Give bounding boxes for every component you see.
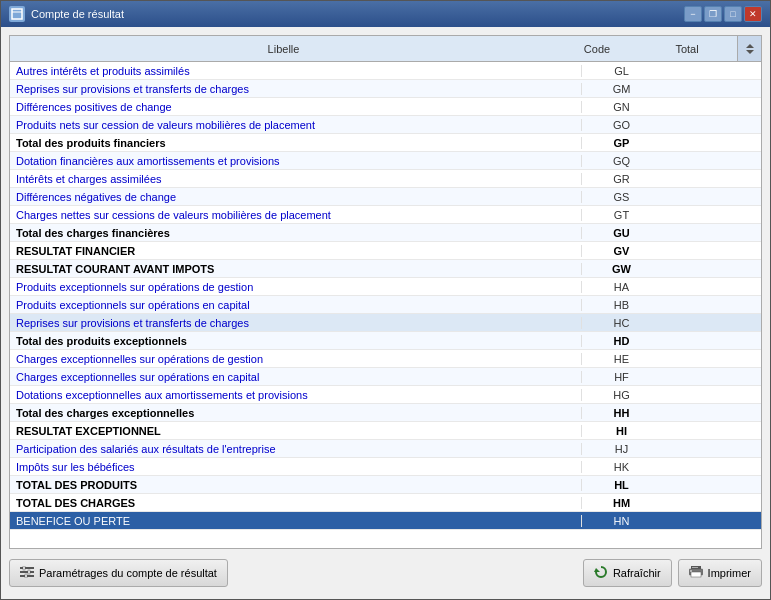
table-header: Libelle Code Total — [10, 36, 761, 62]
cell-libelle: Total des produits exceptionnels — [10, 335, 581, 347]
restore-button[interactable]: ❐ — [704, 6, 722, 22]
table-row[interactable]: RESULTAT EXCEPTIONNELHI — [10, 422, 761, 440]
sort-button[interactable] — [737, 36, 761, 61]
refresh-label: Rafraîchir — [613, 567, 661, 579]
footer-right: Rafraîchir Imprimer — [583, 559, 762, 587]
table-row[interactable]: TOTAL DES CHARGESHM — [10, 494, 761, 512]
refresh-icon — [594, 565, 608, 581]
table-row[interactable]: Intérêts et charges assimiléesGR — [10, 170, 761, 188]
title-bar-left: Compte de résultat — [9, 6, 124, 22]
table-row[interactable]: Autres intérêts et produits assimilésGL — [10, 62, 761, 80]
print-button[interactable]: Imprimer — [678, 559, 762, 587]
params-label: Paramétrages du compte de résultat — [39, 567, 217, 579]
cell-libelle: Autres intérêts et produits assimilés — [10, 65, 581, 77]
table-row[interactable]: Charges nettes sur cessions de valeurs m… — [10, 206, 761, 224]
cell-libelle: RESULTAT FINANCIER — [10, 245, 581, 257]
footer: Paramétrages du compte de résultat Rafra… — [9, 555, 762, 591]
title-bar: Compte de résultat − ❐ □ ✕ — [1, 1, 770, 27]
svg-marker-3 — [746, 50, 754, 54]
cell-libelle: Participation des salariés aux résultats… — [10, 443, 581, 455]
window-title: Compte de résultat — [31, 8, 124, 20]
cell-code: GP — [581, 137, 661, 149]
cell-libelle: Produits exceptionnels sur opérations de… — [10, 281, 581, 293]
table-row[interactable]: BENEFICE OU PERTEHN — [10, 512, 761, 530]
table-row[interactable]: Dotations exceptionnelles aux amortissem… — [10, 386, 761, 404]
table-row[interactable]: Produits nets sur cession de valeurs mob… — [10, 116, 761, 134]
table-row[interactable]: RESULTAT FINANCIERGV — [10, 242, 761, 260]
table-row[interactable]: Total des charges financièresGU — [10, 224, 761, 242]
cell-libelle: BENEFICE OU PERTE — [10, 515, 581, 527]
svg-rect-7 — [23, 566, 25, 570]
cell-code: HL — [581, 479, 661, 491]
table-row[interactable]: Total des charges exceptionnellesHH — [10, 404, 761, 422]
cell-code: GN — [581, 101, 661, 113]
svg-marker-10 — [594, 568, 600, 572]
table-row[interactable]: Charges exceptionnelles sur opérations e… — [10, 368, 761, 386]
table-row[interactable]: Dotation financières aux amortissements … — [10, 152, 761, 170]
table-row[interactable]: TOTAL DES PRODUITSHL — [10, 476, 761, 494]
svg-marker-2 — [746, 44, 754, 48]
print-label: Imprimer — [708, 567, 751, 579]
refresh-button[interactable]: Rafraîchir — [583, 559, 672, 587]
cell-libelle: Total des charges financières — [10, 227, 581, 239]
title-buttons: − ❐ □ ✕ — [684, 6, 762, 22]
cell-libelle: Dotations exceptionnelles aux amortissem… — [10, 389, 581, 401]
window-icon — [9, 6, 25, 22]
maximize-button[interactable]: □ — [724, 6, 742, 22]
cell-code: HC — [581, 317, 661, 329]
cell-code: GT — [581, 209, 661, 221]
main-window: Compte de résultat − ❐ □ ✕ Libelle Code … — [0, 0, 771, 600]
table-row[interactable]: Différences positives de changeGN — [10, 98, 761, 116]
cell-code: HM — [581, 497, 661, 509]
svg-rect-5 — [20, 571, 34, 573]
cell-code: GS — [581, 191, 661, 203]
cell-libelle: Reprises sur provisions et transferts de… — [10, 317, 581, 329]
cell-code: GW — [581, 263, 661, 275]
data-table: Libelle Code Total Autres intérêts et pr… — [9, 35, 762, 549]
cell-code: HB — [581, 299, 661, 311]
cell-libelle: Différences négatives de change — [10, 191, 581, 203]
params-icon — [20, 566, 34, 580]
header-code: Code — [557, 43, 637, 55]
cell-code: HF — [581, 371, 661, 383]
cell-code: HD — [581, 335, 661, 347]
table-row[interactable]: Total des produits financiersGP — [10, 134, 761, 152]
cell-code: HA — [581, 281, 661, 293]
svg-rect-8 — [28, 570, 30, 574]
header-libelle: Libelle — [10, 43, 557, 55]
table-row[interactable]: Reprises sur provisions et transferts de… — [10, 80, 761, 98]
svg-rect-14 — [692, 567, 698, 568]
table-body[interactable]: Autres intérêts et produits assimilésGLR… — [10, 62, 761, 548]
cell-code: GL — [581, 65, 661, 77]
cell-libelle: Différences positives de change — [10, 101, 581, 113]
main-content: Libelle Code Total Autres intérêts et pr… — [1, 27, 770, 599]
cell-libelle: Total des produits financiers — [10, 137, 581, 149]
table-row[interactable]: Différences négatives de changeGS — [10, 188, 761, 206]
cell-code: HN — [581, 515, 661, 527]
table-row[interactable]: Charges exceptionnelles sur opérations d… — [10, 350, 761, 368]
svg-rect-0 — [12, 9, 22, 19]
table-row[interactable]: Produits exceptionnels sur opérations de… — [10, 278, 761, 296]
cell-code: GU — [581, 227, 661, 239]
cell-libelle: TOTAL DES CHARGES — [10, 497, 581, 509]
cell-libelle: Charges exceptionnelles sur opérations e… — [10, 371, 581, 383]
cell-code: GR — [581, 173, 661, 185]
table-row[interactable]: RESULTAT COURANT AVANT IMPOTSGW — [10, 260, 761, 278]
table-row[interactable]: Produits exceptionnels sur opérations en… — [10, 296, 761, 314]
close-button[interactable]: ✕ — [744, 6, 762, 22]
cell-libelle: Total des charges exceptionnelles — [10, 407, 581, 419]
cell-libelle: RESULTAT EXCEPTIONNEL — [10, 425, 581, 437]
table-row[interactable]: Impôts sur les bébéficesHK — [10, 458, 761, 476]
table-row[interactable]: Participation des salariés aux résultats… — [10, 440, 761, 458]
cell-libelle: Produits nets sur cession de valeurs mob… — [10, 119, 581, 131]
cell-code: GM — [581, 83, 661, 95]
cell-code: HI — [581, 425, 661, 437]
cell-libelle: RESULTAT COURANT AVANT IMPOTS — [10, 263, 581, 275]
cell-code: GV — [581, 245, 661, 257]
table-row[interactable]: Reprises sur provisions et transferts de… — [10, 314, 761, 332]
cell-code: HJ — [581, 443, 661, 455]
table-row[interactable]: Total des produits exceptionnelsHD — [10, 332, 761, 350]
cell-libelle: Intérêts et charges assimilées — [10, 173, 581, 185]
params-button[interactable]: Paramétrages du compte de résultat — [9, 559, 228, 587]
minimize-button[interactable]: − — [684, 6, 702, 22]
